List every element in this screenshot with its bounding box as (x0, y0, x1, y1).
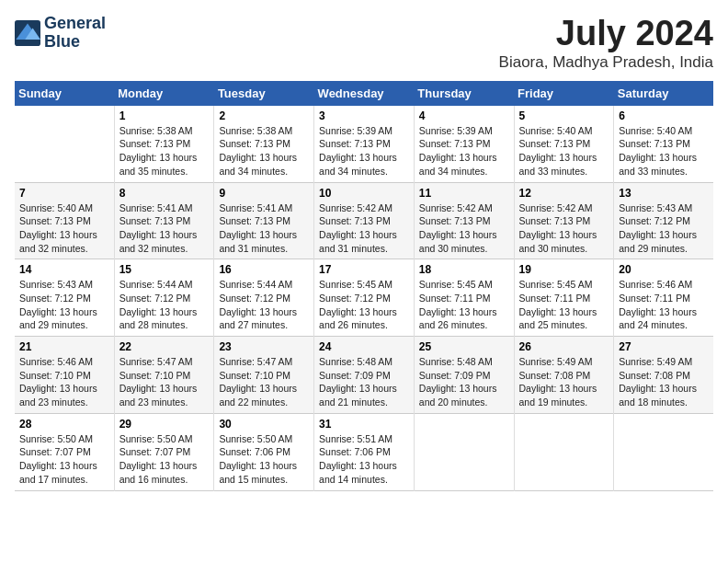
calendar-cell: 26Sunrise: 5:49 AM Sunset: 7:08 PM Dayli… (514, 337, 614, 414)
calendar-cell: 6Sunrise: 5:40 AM Sunset: 7:13 PM Daylig… (614, 106, 713, 182)
day-info: Sunrise: 5:41 AM Sunset: 7:13 PM Dayligh… (219, 201, 309, 256)
calendar-cell: 9Sunrise: 5:41 AM Sunset: 7:13 PM Daylig… (214, 182, 314, 259)
day-number: 2 (219, 109, 309, 122)
weekday-header: Wednesday (314, 81, 415, 106)
calendar-cell: 2Sunrise: 5:38 AM Sunset: 7:13 PM Daylig… (214, 106, 314, 182)
day-number: 1 (119, 109, 210, 122)
calendar-cell: 22Sunrise: 5:47 AM Sunset: 7:10 PM Dayli… (114, 337, 214, 414)
calendar-cell: 18Sunrise: 5:45 AM Sunset: 7:11 PM Dayli… (414, 259, 514, 337)
day-info: Sunrise: 5:40 AM Sunset: 7:13 PM Dayligh… (519, 124, 609, 178)
day-info: Sunrise: 5:44 AM Sunset: 7:12 PM Dayligh… (219, 278, 309, 332)
day-number: 11 (419, 187, 509, 200)
calendar-cell: 4Sunrise: 5:39 AM Sunset: 7:13 PM Daylig… (414, 106, 514, 182)
day-number: 27 (619, 340, 709, 353)
day-number: 13 (619, 187, 709, 200)
day-number: 23 (219, 340, 309, 353)
calendar-cell: 25Sunrise: 5:48 AM Sunset: 7:09 PM Dayli… (414, 337, 514, 414)
calendar-cell: 8Sunrise: 5:41 AM Sunset: 7:13 PM Daylig… (114, 182, 214, 259)
calendar-cell: 16Sunrise: 5:44 AM Sunset: 7:12 PM Dayli… (214, 259, 314, 337)
day-number: 8 (119, 187, 210, 200)
day-number: 24 (319, 340, 409, 353)
logo-icon (15, 20, 40, 46)
calendar-cell (514, 413, 614, 490)
day-number: 3 (319, 109, 409, 122)
day-info: Sunrise: 5:47 AM Sunset: 7:10 PM Dayligh… (119, 355, 210, 409)
calendar-cell: 30Sunrise: 5:50 AM Sunset: 7:06 PM Dayli… (214, 413, 314, 490)
day-info: Sunrise: 5:38 AM Sunset: 7:13 PM Dayligh… (119, 124, 210, 178)
calendar-cell: 12Sunrise: 5:42 AM Sunset: 7:13 PM Dayli… (514, 182, 614, 259)
day-info: Sunrise: 5:40 AM Sunset: 7:13 PM Dayligh… (19, 201, 109, 256)
day-info: Sunrise: 5:39 AM Sunset: 7:13 PM Dayligh… (319, 124, 409, 178)
day-number: 29 (119, 418, 210, 431)
day-number: 18 (419, 263, 509, 276)
day-info: Sunrise: 5:51 AM Sunset: 7:06 PM Dayligh… (319, 432, 409, 487)
title-section: July 2024 Biaora, Madhya Pradesh, India (499, 15, 713, 72)
day-info: Sunrise: 5:49 AM Sunset: 7:08 PM Dayligh… (519, 355, 609, 409)
calendar-week-row: 21Sunrise: 5:46 AM Sunset: 7:10 PM Dayli… (15, 337, 713, 414)
calendar-cell (614, 413, 713, 490)
calendar-table: SundayMondayTuesdayWednesdayThursdayFrid… (15, 81, 713, 491)
day-info: Sunrise: 5:49 AM Sunset: 7:08 PM Dayligh… (619, 355, 709, 409)
day-info: Sunrise: 5:44 AM Sunset: 7:12 PM Dayligh… (119, 278, 210, 332)
weekday-header: Tuesday (214, 81, 314, 106)
day-info: Sunrise: 5:45 AM Sunset: 7:11 PM Dayligh… (519, 278, 609, 332)
calendar-cell: 7Sunrise: 5:40 AM Sunset: 7:13 PM Daylig… (15, 182, 114, 259)
calendar-cell (15, 106, 114, 182)
weekday-header: Monday (114, 81, 214, 106)
day-info: Sunrise: 5:50 AM Sunset: 7:06 PM Dayligh… (219, 432, 309, 487)
day-number: 21 (19, 340, 109, 353)
day-number: 15 (119, 263, 210, 276)
day-number: 19 (519, 263, 609, 276)
calendar-cell: 19Sunrise: 5:45 AM Sunset: 7:11 PM Dayli… (514, 259, 614, 337)
calendar-week-row: 14Sunrise: 5:43 AM Sunset: 7:12 PM Dayli… (15, 259, 713, 337)
weekday-header: Thursday (414, 81, 514, 106)
calendar-cell: 3Sunrise: 5:39 AM Sunset: 7:13 PM Daylig… (314, 106, 415, 182)
weekday-header: Sunday (15, 81, 114, 106)
day-number: 9 (219, 187, 309, 200)
calendar-cell: 23Sunrise: 5:47 AM Sunset: 7:10 PM Dayli… (214, 337, 314, 414)
day-info: Sunrise: 5:50 AM Sunset: 7:07 PM Dayligh… (19, 432, 109, 487)
day-number: 16 (219, 263, 309, 276)
weekday-header: Friday (514, 81, 614, 106)
calendar-week-row: 7Sunrise: 5:40 AM Sunset: 7:13 PM Daylig… (15, 182, 713, 259)
day-number: 5 (519, 109, 609, 122)
day-number: 12 (519, 187, 609, 200)
calendar-cell (414, 413, 514, 490)
month-year-title: July 2024 (499, 15, 713, 53)
day-number: 7 (19, 187, 109, 200)
day-info: Sunrise: 5:40 AM Sunset: 7:13 PM Dayligh… (619, 124, 709, 178)
day-number: 26 (519, 340, 609, 353)
calendar-cell: 27Sunrise: 5:49 AM Sunset: 7:08 PM Dayli… (614, 337, 713, 414)
calendar-cell: 1Sunrise: 5:38 AM Sunset: 7:13 PM Daylig… (114, 106, 214, 182)
calendar-cell: 5Sunrise: 5:40 AM Sunset: 7:13 PM Daylig… (514, 106, 614, 182)
day-info: Sunrise: 5:42 AM Sunset: 7:13 PM Dayligh… (319, 201, 409, 256)
day-number: 31 (319, 418, 409, 431)
calendar-cell: 17Sunrise: 5:45 AM Sunset: 7:12 PM Dayli… (314, 259, 415, 337)
day-info: Sunrise: 5:41 AM Sunset: 7:13 PM Dayligh… (119, 201, 210, 256)
calendar-week-row: 28Sunrise: 5:50 AM Sunset: 7:07 PM Dayli… (15, 413, 713, 490)
logo: General Blue (15, 15, 106, 52)
day-info: Sunrise: 5:45 AM Sunset: 7:12 PM Dayligh… (319, 278, 409, 332)
calendar-week-row: 1Sunrise: 5:38 AM Sunset: 7:13 PM Daylig… (15, 106, 713, 182)
location-subtitle: Biaora, Madhya Pradesh, India (499, 53, 713, 72)
page-header: General Blue July 2024 Biaora, Madhya Pr… (15, 15, 713, 72)
logo-text: General Blue (44, 15, 106, 52)
day-info: Sunrise: 5:48 AM Sunset: 7:09 PM Dayligh… (419, 355, 509, 409)
calendar-cell: 11Sunrise: 5:42 AM Sunset: 7:13 PM Dayli… (414, 182, 514, 259)
calendar-cell: 21Sunrise: 5:46 AM Sunset: 7:10 PM Dayli… (15, 337, 114, 414)
calendar-cell: 28Sunrise: 5:50 AM Sunset: 7:07 PM Dayli… (15, 413, 114, 490)
day-number: 30 (219, 418, 309, 431)
day-info: Sunrise: 5:43 AM Sunset: 7:12 PM Dayligh… (619, 201, 709, 256)
day-info: Sunrise: 5:45 AM Sunset: 7:11 PM Dayligh… (419, 278, 509, 332)
day-info: Sunrise: 5:46 AM Sunset: 7:10 PM Dayligh… (19, 355, 109, 409)
day-number: 22 (119, 340, 210, 353)
weekday-header: Saturday (614, 81, 713, 106)
calendar-cell: 15Sunrise: 5:44 AM Sunset: 7:12 PM Dayli… (114, 259, 214, 337)
calendar-cell: 29Sunrise: 5:50 AM Sunset: 7:07 PM Dayli… (114, 413, 214, 490)
calendar-cell: 10Sunrise: 5:42 AM Sunset: 7:13 PM Dayli… (314, 182, 415, 259)
day-info: Sunrise: 5:46 AM Sunset: 7:11 PM Dayligh… (619, 278, 709, 332)
day-number: 6 (619, 109, 709, 122)
day-number: 20 (619, 263, 709, 276)
day-number: 17 (319, 263, 409, 276)
day-number: 14 (19, 263, 109, 276)
